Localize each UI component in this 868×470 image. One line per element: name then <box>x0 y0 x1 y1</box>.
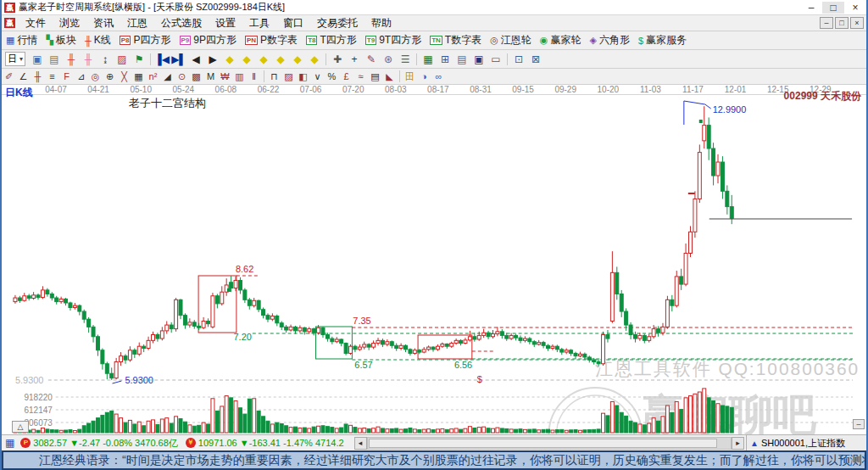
toolbar-button-t-number-table[interactable]: TNT数字表 <box>426 33 486 48</box>
hatch-tool-icon[interactable]: ▨ <box>281 70 296 83</box>
toolbar-button-t-square[interactable]: T8T四方形 <box>302 33 361 48</box>
printer-icon[interactable]: ▭ <box>487 52 504 67</box>
menu-item-工具[interactable]: 工具 <box>242 17 276 29</box>
shade-tool-icon[interactable]: ▩ <box>189 70 203 83</box>
toolbar-button-kline[interactable]: ╫K线 <box>81 33 115 48</box>
kline-red-icon[interactable]: ╫ <box>63 52 80 67</box>
pie-icon[interactable]: ◑ <box>417 70 431 83</box>
x-lines-icon[interactable]: ╳ <box>117 70 131 83</box>
scrollbar-track[interactable] <box>367 437 732 450</box>
expand-v-icon[interactable]: ◆ <box>289 52 306 67</box>
menu-item-浏览[interactable]: 浏览 <box>53 17 86 29</box>
zoom-in-icon[interactable]: ◆ <box>238 52 255 67</box>
menu-item-交易委托[interactable]: 交易委托 <box>310 17 364 29</box>
menu-item-文件[interactable]: 文件 <box>19 17 53 29</box>
percent-icon[interactable]: % <box>325 70 339 83</box>
wedge-tool-icon[interactable]: ◢ <box>160 70 175 83</box>
level-lines-icon[interactable]: ≡ <box>45 70 59 83</box>
menu-item-设置[interactable]: 设置 <box>209 17 242 29</box>
mdi-restore-button[interactable]: □ <box>835 17 849 29</box>
calculator-icon[interactable]: ⊞ <box>437 52 453 67</box>
fibonacci-icon[interactable]: F <box>59 70 74 83</box>
next-bar-icon[interactable]: ▶ <box>204 52 221 67</box>
grid-tool-icon[interactable]: ▦ <box>131 70 146 83</box>
quote-list-icon[interactable]: ▤ <box>46 52 63 67</box>
toolbar-button-9t-square[interactable]: T99T四方形 <box>361 33 426 48</box>
quote-table-icon[interactable]: ▦ <box>5 437 14 449</box>
pan-icon[interactable]: ✚ <box>329 52 346 67</box>
prev-bar-icon[interactable]: ◀ <box>187 52 204 67</box>
calendar-icon[interactable]: ▦ <box>420 52 437 67</box>
v-pattern-icon[interactable]: ∨ <box>310 70 325 83</box>
toolbar-button-p-number-table[interactable]: PNP数字表 <box>241 33 302 48</box>
kline-chart-area[interactable]: 江恩工具软件 QQ:100800360赢家聊吧8.627.357.206.576… <box>2 85 866 434</box>
shrink-h-icon[interactable]: ◆ <box>272 52 289 67</box>
expand-h-icon[interactable]: ◆ <box>255 52 272 67</box>
kline-svg[interactable]: 江恩工具软件 QQ:100800360赢家聊吧8.627.357.206.576… <box>2 85 866 434</box>
square-number-icon[interactable]: n² <box>146 70 160 83</box>
half-square-icon[interactable]: ◧ <box>296 70 310 83</box>
toolbar-button-quotes[interactable]: ▦行情 <box>2 33 42 48</box>
flag-icon[interactable]: ⚑ <box>131 52 147 67</box>
toolbar-button-winner-service[interactable]: $赢家服务 <box>634 33 691 48</box>
menu-item-窗口[interactable]: 窗口 <box>276 17 310 29</box>
toolbar-button-gann-wheel[interactable]: ◎江恩轮 <box>486 33 536 48</box>
price-level-icon[interactable]: £ <box>339 70 353 83</box>
infinity-icon[interactable]: ∞ <box>431 70 446 83</box>
toolbar-button-p-square[interactable]: P8P四方形 <box>115 33 175 48</box>
bars-tool-icon[interactable]: ▥ <box>232 70 247 83</box>
scrollbar-thumb[interactable] <box>369 439 717 448</box>
toolbar-button-9p-square[interactable]: P99P四方形 <box>175 33 241 48</box>
wave-tool-icon[interactable]: ≈ <box>353 70 368 83</box>
first-bar-icon[interactable]: ▐◀ <box>153 52 170 67</box>
save-icon[interactable]: ▣ <box>470 52 487 67</box>
toolbar-button-sectors[interactable]: ▚板块 <box>42 33 80 48</box>
triangle-tool-icon[interactable]: ⊿ <box>74 70 88 83</box>
angle-line-icon[interactable]: ∠ <box>16 70 31 83</box>
scroll-right-button[interactable]: ▸ <box>732 437 744 450</box>
circle-tool-icon[interactable]: ◎ <box>88 70 103 83</box>
report-icon[interactable]: ▤ <box>453 52 470 67</box>
overlay-icon[interactable]: ▨ <box>114 52 131 67</box>
network-icon[interactable]: ⊠ <box>527 52 544 67</box>
menu-item-帮助[interactable]: 帮助 <box>364 17 398 29</box>
maximize-button[interactable]: □ <box>822 2 844 14</box>
period-dropdown[interactable]: 日 ▾ <box>5 52 25 66</box>
pencil-icon[interactable]: ✐ <box>2 70 16 83</box>
abacus-icon[interactable]: ☰ <box>397 52 414 67</box>
box-tool-icon[interactable]: ⊓ <box>267 70 281 83</box>
remote-pc-icon[interactable]: ⊡ <box>510 52 527 67</box>
ruler-icon[interactable]: ▤ <box>368 70 382 83</box>
menu-item-公式选股[interactable]: 公式选股 <box>154 17 209 29</box>
vertical-line-icon[interactable]: ↨ <box>97 52 114 67</box>
mdi-close-button[interactable]: × <box>850 17 864 29</box>
winner-service-icon: $ <box>638 36 643 46</box>
toolbar-button-hexagon[interactable]: ◈六角形 <box>585 33 633 48</box>
expand-volume-button[interactable]: △ <box>12 421 29 433</box>
zoom-out-icon[interactable]: ◆ <box>221 52 238 67</box>
menu-item-资讯[interactable]: 资讯 <box>86 17 120 29</box>
parallel-icon[interactable]: ‖ <box>247 70 261 83</box>
w-pattern-icon[interactable]: ₩ <box>218 70 232 83</box>
gann-grid-icon[interactable]: ╫ <box>31 70 45 83</box>
m-pattern-icon[interactable]: M <box>203 70 218 83</box>
fan-tool-icon[interactable]: ◣ <box>382 70 397 83</box>
shrink-v-icon[interactable]: ◆ <box>306 52 323 67</box>
last-bar-icon[interactable]: ▶▌ <box>170 52 187 67</box>
crosshair-icon[interactable]: + <box>346 52 363 67</box>
mdi-minimize-button[interactable]: – <box>820 17 833 29</box>
cross-circle-icon[interactable]: ⊕ <box>103 70 117 83</box>
scroll-nub-button[interactable]: – <box>853 419 865 429</box>
wheel-tool-icon[interactable]: ⊛ <box>380 52 397 67</box>
chart-window-icon[interactable]: ▣ <box>29 52 46 67</box>
close-button[interactable]: × <box>844 2 866 14</box>
draw-icon[interactable]: ✎ <box>363 52 380 67</box>
kline-pink-icon[interactable]: ╫ <box>80 52 97 67</box>
toolbar-button-winner-wheel[interactable]: ◉赢家轮 <box>536 33 586 48</box>
minimize-button[interactable]: – <box>800 2 822 14</box>
scroll-left-button[interactable]: ◂ <box>354 437 367 450</box>
target-tool-icon[interactable]: ⊙ <box>175 70 189 83</box>
menu-item-江恩[interactable]: 江恩 <box>120 17 154 29</box>
grid-window-icon[interactable]: 田 <box>403 70 417 83</box>
horizontal-scrollbar[interactable]: ◂ ▸ <box>354 437 744 450</box>
